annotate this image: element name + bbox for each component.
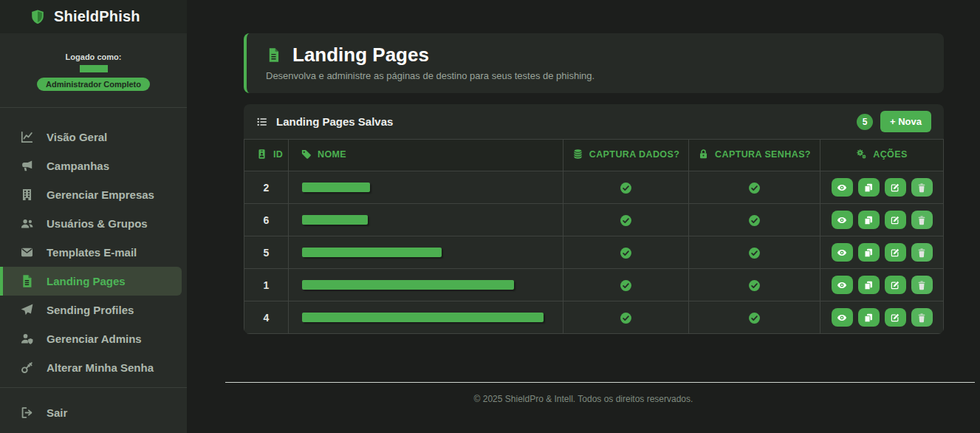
footer-divider [225, 382, 975, 383]
duplicate-button[interactable] [858, 178, 880, 197]
edit-icon [890, 313, 900, 323]
trash-icon [916, 248, 927, 258]
sidebar-divider [0, 107, 187, 108]
sidebar-nav: Visão Geral Campanhas Gerenciar Empresas… [0, 123, 187, 382]
column-header-captura-dados: CAPTURA DADOS? [563, 140, 689, 171]
column-header-nome: NOME [289, 140, 563, 171]
duplicate-button[interactable] [858, 308, 880, 327]
shield-icon [30, 8, 46, 26]
table-row: 6 [244, 204, 944, 236]
duplicate-button[interactable] [858, 211, 880, 229]
sidebar: ShieldPhish Logado como: Administrador C… [0, 0, 187, 433]
view-button[interactable] [832, 276, 853, 294]
row-actions-cell [820, 236, 944, 269]
edit-button[interactable] [885, 178, 906, 197]
file-icon [20, 274, 34, 288]
check-icon [748, 247, 761, 259]
row-id: 5 [244, 236, 289, 269]
sidebar-item-sending-profiles[interactable]: Sending Profiles [0, 296, 187, 324]
trash-icon [916, 280, 927, 290]
duplicate-button[interactable] [858, 276, 880, 294]
row-name-redacted-bar [302, 313, 544, 322]
sidebar-item-label: Gerenciar Admins [47, 333, 142, 345]
table-card-header: Landing Pages Salvas 5 + Nova [244, 104, 944, 139]
table-head: IDNOMECAPTURA DADOS?CAPTURA SENHAS?AÇÕES [244, 140, 944, 171]
table-row: 1 [244, 269, 944, 301]
sign-out-icon [20, 406, 34, 420]
sidebar-item-usuarios-grupos[interactable]: Usuários & Grupos [0, 209, 187, 238]
delete-button[interactable] [911, 276, 933, 294]
row-id: 2 [244, 171, 289, 204]
captura-dados-cell [563, 204, 689, 236]
sidebar-item-landing-pages[interactable]: Landing Pages [0, 267, 182, 296]
copy-icon [863, 183, 874, 193]
row-name-cell [289, 301, 563, 334]
row-name-redacted-bar [302, 248, 442, 257]
captura-dados-cell [563, 301, 689, 334]
sidebar-header: ShieldPhish [0, 0, 187, 33]
column-header-acoes: AÇÕES [820, 140, 944, 171]
trash-icon [916, 313, 927, 323]
role-badge: Administrador Completo [37, 78, 150, 91]
view-button[interactable] [832, 308, 853, 327]
key-icon [20, 361, 34, 375]
sidebar-item-sair[interactable]: Sair [0, 398, 187, 427]
edit-button[interactable] [885, 276, 906, 294]
file-icon [266, 46, 281, 64]
user-shield-icon [20, 332, 34, 346]
edit-button[interactable] [885, 308, 906, 327]
sidebar-item-campanhas[interactable]: Campanhas [0, 151, 187, 180]
row-actions-cell [820, 269, 944, 301]
captura-senhas-cell [689, 236, 820, 269]
sidebar-item-templates-e-mail[interactable]: Templates E-mail [0, 238, 187, 267]
database-icon [572, 149, 583, 160]
table-card: Landing Pages Salvas 5 + Nova IDNOMECAPT… [244, 104, 944, 334]
captura-dados-cell [563, 171, 689, 204]
sidebar-item-label: Visão Geral [47, 131, 107, 143]
gears-icon [856, 149, 867, 160]
app-root: ShieldPhish Logado como: Administrador C… [0, 0, 980, 433]
view-button[interactable] [832, 211, 853, 229]
edit-icon [890, 248, 900, 258]
tag-icon [301, 149, 312, 160]
row-name-cell [289, 204, 563, 236]
count-badge: 5 [857, 114, 873, 130]
chart-line-icon [20, 130, 34, 144]
check-icon [620, 312, 632, 324]
sidebar-item-gerenciar-admins[interactable]: Gerenciar Admins [0, 324, 187, 353]
row-actions-cell [820, 171, 944, 204]
table-card-actions: 5 + Nova [857, 111, 931, 132]
id-badge-icon [256, 149, 267, 160]
check-icon [748, 279, 761, 292]
megaphone-icon [20, 159, 34, 173]
logout-block: Sair [0, 387, 187, 433]
row-id: 6 [244, 204, 289, 236]
landing-pages-table: IDNOMECAPTURA DADOS?CAPTURA SENHAS?AÇÕES… [244, 139, 944, 334]
view-button[interactable] [832, 243, 853, 262]
view-button[interactable] [832, 178, 853, 197]
lock-icon [698, 149, 709, 160]
sidebar-item-visao-geral[interactable]: Visão Geral [0, 123, 187, 151]
sidebar-item-label: Templates E-mail [47, 246, 137, 259]
edit-button[interactable] [885, 243, 906, 262]
row-id: 4 [244, 301, 289, 334]
captura-senhas-cell [689, 204, 820, 236]
eye-icon [837, 183, 847, 193]
eye-icon [837, 248, 847, 258]
sidebar-item-label: Sair [47, 406, 67, 419]
users-icon [20, 216, 34, 231]
copy-icon [863, 248, 874, 258]
edit-icon [890, 280, 900, 290]
eye-icon [837, 313, 847, 323]
duplicate-button[interactable] [858, 243, 880, 262]
new-landing-page-button[interactable]: + Nova [880, 111, 931, 132]
delete-button[interactable] [911, 243, 933, 262]
main-area: Landing Pages Desenvolva e administre as… [187, 0, 980, 433]
delete-button[interactable] [911, 211, 933, 229]
sidebar-item-alterar-minha-senha[interactable]: Alterar Minha Senha [0, 353, 187, 382]
trash-icon [916, 215, 927, 225]
delete-button[interactable] [911, 308, 933, 327]
edit-button[interactable] [885, 211, 906, 229]
delete-button[interactable] [911, 178, 933, 197]
sidebar-item-gerenciar-empresas[interactable]: Gerenciar Empresas [0, 180, 187, 209]
